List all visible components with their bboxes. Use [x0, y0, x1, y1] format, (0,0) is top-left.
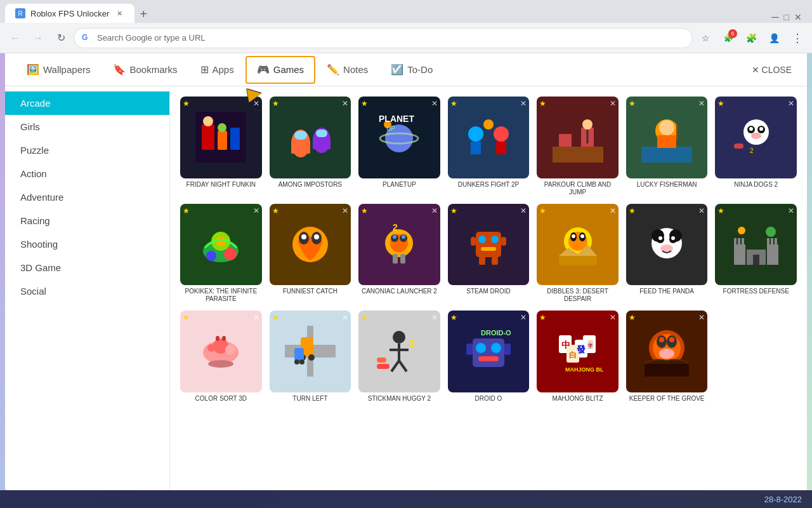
svg-point-72 [478, 236, 486, 243]
tab-games-label: Games [273, 64, 304, 75]
svg-point-114 [208, 360, 233, 368]
game-card-stickman[interactable]: 2 ★ ✕ STICKMAN HUGGY 2 [358, 311, 440, 403]
sidebar-item-girls[interactable]: Girls [5, 115, 169, 138]
sidebar-item-social[interactable]: Social [5, 279, 169, 303]
tab-todo-label: To-Do [407, 64, 433, 75]
game-card-lucky-fisherman[interactable]: ★ ✕ LUCKY FISHERMAN [626, 97, 708, 196]
sidebar-girls-label: Girls [20, 121, 40, 132]
extensions-button[interactable]: 🧩 [741, 28, 761, 48]
tab-todo[interactable]: ☑️ To-Do [379, 56, 444, 84]
svg-point-58 [301, 234, 306, 239]
tab-favicon: R [15, 8, 25, 18]
wallpapers-icon: 🖼️ [27, 64, 39, 76]
game-card-planetup[interactable]: PLANET UP ★ ✕ PLANETUP [358, 97, 440, 196]
svg-text:UP: UP [386, 125, 395, 132]
svg-rect-38 [676, 124, 678, 140]
close-icon-color-sort: ✕ [253, 313, 259, 322]
sidebar-item-arcade[interactable]: Arcade [5, 91, 169, 115]
sidebar-item-shooting[interactable]: Shooting [5, 232, 169, 256]
tab-notes[interactable]: ✏️ Notes [315, 56, 379, 84]
game-card-friday-night-funkin[interactable]: ★ ✕ FRIDAY NIGHT FUNKIN [180, 97, 262, 196]
game-thumb-stickman: 2 [358, 311, 440, 392]
sidebar-item-action[interactable]: Action [5, 162, 169, 185]
window-close-button[interactable]: ✕ [794, 12, 802, 22]
game-card-steam-droid[interactable]: ★ ✕ STEAM DROID [448, 204, 530, 304]
bookmark-button[interactable]: ☆ [695, 28, 716, 48]
game-card-parkour[interactable]: ★ ✕ PARKOUR CLIMB AND JUMP [537, 97, 619, 196]
game-thumb-canoniac: 2 [358, 204, 440, 286]
main-panel: 🖼️ Wallpapers 🔖 Bookmarks ⊞ Apps 🎮 Games… [5, 53, 807, 490]
tab-games[interactable]: 🎮 Games [246, 56, 315, 84]
game-title-among: AMONG IMPOSTORS [278, 181, 342, 189]
sidebar-item-puzzle[interactable]: Puzzle [5, 138, 169, 162]
content-area: Arcade Girls Puzzle Action Adventure Rac… [5, 86, 807, 490]
sidebar-item-3dgame[interactable]: 3D Game [5, 256, 169, 279]
game-card-mahjong[interactable]: 中 發 白 🀄 MAHJONG BLITZ ★ ✕ MAHJONG BLITZ [537, 311, 619, 403]
svg-point-4 [203, 116, 213, 126]
browser-toolbar: ← → ↻ G Search Google or type a URL ☆ 🧩 … [0, 23, 812, 53]
svg-point-139 [491, 343, 501, 353]
game-card-color-sort[interactable]: ★ ✕ COLOR SORT 3D [180, 311, 262, 403]
sidebar-item-adventure[interactable]: Adventure [5, 185, 169, 209]
game-card-dibbles[interactable]: ★ ✕ DIBBLES 3: DESERT DESPAIR [537, 204, 619, 304]
game-thumb-parkour [537, 97, 619, 178]
maximize-button[interactable]: □ [784, 12, 789, 22]
game-card-droid-o[interactable]: DROID-O ★ ✕ DROID O [448, 311, 530, 403]
svg-point-128 [393, 331, 405, 344]
svg-point-40 [743, 119, 769, 145]
svg-rect-1 [202, 124, 214, 150]
close-icon-dunkers: ✕ [520, 99, 527, 108]
svg-text:2: 2 [750, 147, 754, 154]
forward-button[interactable]: → [28, 28, 48, 48]
close-icon-planet: ✕ [431, 99, 438, 108]
svg-rect-112 [216, 336, 219, 341]
game-thumb-color-sort [180, 311, 262, 392]
profile-button[interactable]: 👤 [764, 28, 784, 48]
star-icon-pokikex: ★ [183, 206, 190, 215]
svg-rect-2 [218, 131, 227, 150]
tab-close-button[interactable]: ✕ [114, 8, 124, 18]
tab-apps[interactable]: ⊞ Apps [189, 56, 246, 84]
game-thumb-among [270, 97, 351, 178]
tab-wallpapers[interactable]: 🖼️ Wallpapers [15, 56, 102, 84]
reload-button[interactable]: ↻ [51, 28, 71, 48]
tab-bookmarks[interactable]: 🔖 Bookmarks [102, 56, 188, 84]
close-icon-fnf: ✕ [253, 99, 259, 108]
svg-rect-78 [492, 257, 498, 265]
close-icon-pokikex: ✕ [253, 206, 259, 215]
address-bar[interactable]: G Search Google or type a URL [74, 28, 693, 48]
minimize-button[interactable]: ─ [771, 11, 778, 23]
sidebar-adventure-label: Adventure [20, 192, 63, 203]
extensions-badge[interactable]: 🧩 6 [718, 28, 738, 48]
game-card-feed-panda[interactable]: ★ ✕ FEED THE PANDA [626, 204, 708, 304]
star-icon-planet: ★ [361, 99, 368, 108]
back-button[interactable]: ← [5, 28, 25, 48]
game-card-among-impostors[interactable]: ★ ✕ AMONG IMPOSTORS [270, 97, 351, 196]
game-title-stickman: STICKMAN HUGGY 2 [368, 395, 431, 403]
svg-rect-10 [294, 131, 307, 140]
game-card-pokikex[interactable]: ★ ✕ POKIKEX: THE INFINITE PARASITE [180, 204, 262, 304]
game-card-canoniac[interactable]: 2 ★ ✕ CANONIAC LAUNCHER 2 [358, 204, 440, 304]
game-card-turn-left[interactable]: ★ ✕ TURN LEFT [270, 311, 351, 403]
game-thumb-fnf [180, 97, 262, 178]
game-card-ninja-dogs[interactable]: 2 ★ ✕ NINJA DOGS 2 [715, 97, 797, 196]
game-title-dunkers: DUNKERS FIGHT 2P [458, 181, 520, 189]
game-card-dunkers[interactable]: ★ ✕ DUNKERS FIGHT 2P [448, 97, 530, 196]
svg-point-123 [308, 354, 315, 361]
menu-button[interactable]: ⋮ [787, 28, 807, 48]
svg-point-115 [225, 345, 235, 355]
close-panel-button[interactable]: ✕ CLOSE [747, 62, 797, 77]
close-icon-steam: ✕ [520, 206, 527, 215]
game-card-funniest-catch[interactable]: ★ ✕ FUNNIEST CATCH [270, 204, 351, 304]
browser-tab[interactable]: R Roblox FPS Unlocker ✕ [5, 4, 134, 23]
sidebar-item-racing[interactable]: Racing [5, 209, 169, 232]
tab-notes-label: Notes [343, 64, 368, 75]
game-card-fortress[interactable]: ★ ✕ FORTRESS DEFENSE [715, 204, 797, 304]
game-card-keeper[interactable]: ★ ✕ KEEPER OF THE GROVE [626, 311, 708, 403]
svg-rect-140 [478, 356, 499, 361]
game-thumb-mahjong: 中 發 白 🀄 MAHJONG BLITZ [537, 311, 619, 392]
svg-point-73 [491, 236, 499, 243]
new-tab-button[interactable]: + [134, 5, 152, 23]
star-icon-funniest: ★ [272, 206, 279, 215]
close-icon-turn-left: ✕ [342, 313, 348, 322]
